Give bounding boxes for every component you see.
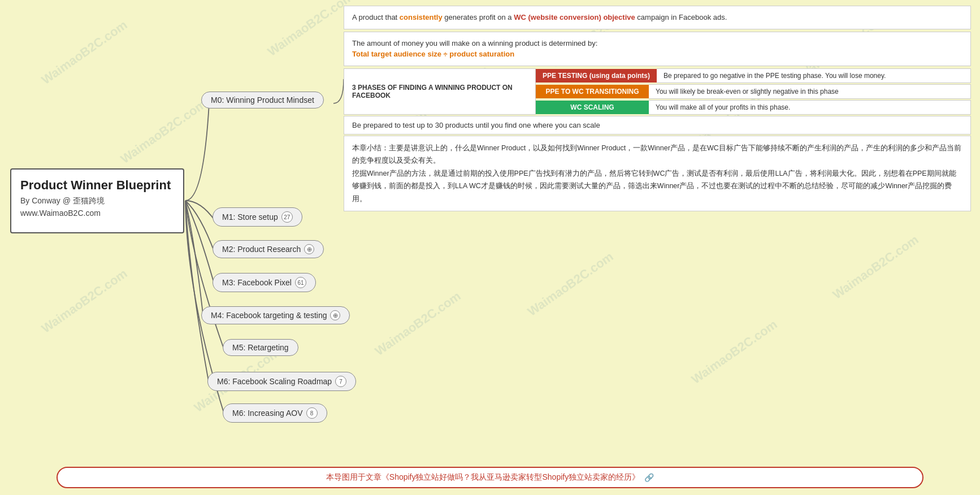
- phase-badge-transition: PPE TO WC TRANSITIONING: [536, 85, 649, 98]
- phase-item-ppe: PPE TESTING (using data points) Be prepa…: [536, 68, 971, 83]
- phases-label: 3 PHASES OF FINDING A WINNING PRODUCT ON…: [344, 68, 536, 115]
- node-m2-expand[interactable]: ⊕: [304, 244, 314, 254]
- bottom-banner-text: 本导图用于文章《Shopify独立站好做吗？我从亚马逊卖家转型Shopify独立…: [326, 472, 640, 483]
- phases-content: PPE TESTING (using data points) Be prepa…: [536, 68, 971, 115]
- node-m5-label: M5: Retargeting: [232, 343, 289, 352]
- phases-container: 3 PHASES OF FINDING A WINNING PRODUCT ON…: [344, 68, 971, 115]
- watermark: WaimaoB2C.com: [118, 97, 209, 167]
- info-wc-text3: campaign in Facebook ads.: [635, 13, 727, 21]
- title-line3: www.WaimaoB2C.com: [20, 209, 174, 218]
- node-m6a[interactable]: M6: Facebook Scaling Roadmap 7: [207, 372, 356, 391]
- node-m4-label: M4: Facebook targeting & testing: [211, 311, 327, 320]
- node-m6a-badge: 7: [335, 376, 346, 387]
- phase-desc-ppe: Be prepared to go negative in the PPE te…: [657, 68, 971, 83]
- watermark: WaimaoB2C.com: [39, 18, 130, 88]
- test-products-text: Be prepared to test up to 30 products un…: [352, 121, 600, 129]
- watermark: WaimaoB2C.com: [372, 289, 463, 359]
- info-box-wc: A product that consistently generates pr…: [344, 6, 971, 29]
- watermark: WaimaoB2C.com: [830, 232, 921, 302]
- info-audience-text: The amount of money you will make on a w…: [352, 39, 597, 47]
- title-line1: Product Winner Blueprint: [20, 177, 174, 194]
- node-m4[interactable]: M4: Facebook targeting & testing ⊕: [201, 306, 350, 324]
- test-products-box: Be prepared to test up to 30 products un…: [344, 116, 971, 134]
- info-wc-text2: generates profit on a: [443, 13, 514, 21]
- watermark: WaimaoB2C.com: [265, 0, 356, 59]
- info-box-audience: The amount of money you will make on a w…: [344, 32, 971, 66]
- title-box: Product Winner Blueprint By Conway @ 歪猫跨…: [10, 168, 184, 233]
- phase-item-scaling: WC SCALING You will make all of your pro…: [536, 100, 971, 115]
- node-m4-expand[interactable]: ⊕: [330, 310, 340, 320]
- info-wc-objective: WC (website conversion) objective: [514, 13, 635, 21]
- node-m1-badge: 27: [281, 211, 293, 223]
- info-audience-formula: Total target audience size ÷ product sat…: [352, 50, 514, 58]
- node-m3-badge: 61: [295, 277, 306, 288]
- bottom-banner-link-icon: 🔗: [644, 473, 654, 482]
- node-m6b-label: M6: Increasing AOV: [232, 409, 303, 418]
- info-panel: A product that consistently generates pr…: [344, 6, 971, 211]
- chinese-summary-text: 本章小结：主要是讲意识上的，什么是Winner Product，以及如何找到Wi…: [352, 144, 961, 203]
- node-m1[interactable]: M1: Store setup 27: [213, 207, 302, 227]
- phase-item-transition: PPE TO WC TRANSITIONING You will likely …: [536, 84, 971, 99]
- info-wc-text1: A product that: [352, 13, 400, 21]
- watermark: WaimaoB2C.com: [39, 266, 130, 336]
- node-m3[interactable]: M3: Facebook Pixel 61: [213, 273, 316, 292]
- bottom-banner[interactable]: 本导图用于文章《Shopify独立站好做吗？我从亚马逊卖家转型Shopify独立…: [57, 467, 923, 488]
- node-m6b[interactable]: M6: Increasing AOV 8: [223, 403, 327, 423]
- node-m3-label: M3: Facebook Pixel: [222, 278, 292, 287]
- phase-desc-transition: You will likely be break-even or slightl…: [649, 84, 971, 99]
- node-m6b-badge: 8: [306, 407, 318, 419]
- node-m0-label: M0: Winning Product Mindset: [211, 95, 314, 105]
- phase-desc-scaling: You will make all of your profits in thi…: [649, 100, 971, 115]
- node-m6a-label: M6: Facebook Scaling Roadmap: [217, 377, 332, 386]
- watermark: WaimaoB2C.com: [689, 317, 780, 387]
- node-m5[interactable]: M5: Retargeting: [223, 339, 298, 356]
- phase-badge-scaling: WC SCALING: [536, 101, 649, 114]
- watermark: WaimaoB2C.com: [525, 249, 616, 319]
- node-m1-label: M1: Store setup: [222, 212, 278, 222]
- node-m2-label: M2: Product Research: [222, 245, 301, 254]
- node-m2[interactable]: M2: Product Research ⊕: [213, 240, 324, 258]
- phase-badge-ppe: PPE TESTING (using data points): [536, 69, 657, 82]
- info-wc-consistently: consistently: [400, 13, 443, 21]
- title-line2: By Conway @ 歪猫跨境: [20, 196, 174, 206]
- node-m0[interactable]: M0: Winning Product Mindset: [201, 92, 324, 108]
- chinese-summary-box: 本章小结：主要是讲意识上的，什么是Winner Product，以及如何找到Wi…: [344, 136, 971, 212]
